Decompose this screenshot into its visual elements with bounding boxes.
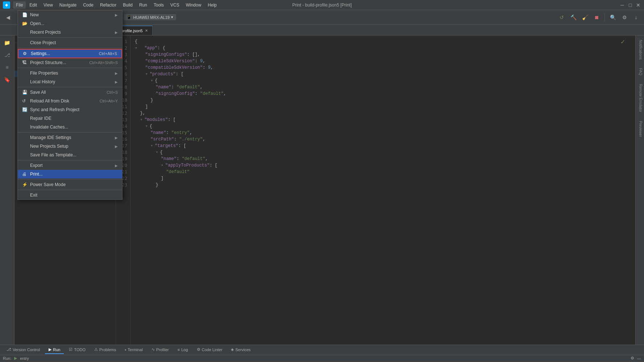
maximize-button[interactable]: □ (627, 2, 633, 8)
fold-13[interactable]: ▾ (140, 117, 144, 123)
code-line-7: ▾{ (135, 77, 631, 84)
new-icon: 📄 (22, 12, 29, 17)
fold-7[interactable]: ▾ (150, 77, 155, 84)
right-panel-remote-emulator[interactable]: Remote Emulator (636, 80, 644, 117)
bottom-tab-services[interactable]: ◈ Services (227, 346, 254, 354)
menu-reload-disk[interactable]: ↺ Reload All from Disk Ctrl+Alt+Y (18, 97, 122, 105)
run-header-config: entry (20, 356, 29, 361)
menu-refactor[interactable]: Refactor (97, 1, 119, 9)
sidebar-structure-icon[interactable]: ≡ (1, 62, 13, 73)
code-content: 12345 678910 1112131415 1617181920 21222… (116, 35, 635, 345)
file-dropdown-menu: 📄 New ▶ 📂 Open... Recent Projects ▶ Clos… (17, 10, 122, 200)
menu-run[interactable]: Run (136, 1, 150, 9)
gear-toolbar-btn[interactable]: ⚙ (619, 12, 630, 22)
bottom-tab-run[interactable]: ▶ Run (45, 346, 64, 354)
device-label: HUAWEI MRX-AL19 (133, 15, 169, 20)
menu-sync-refresh[interactable]: 🔄 Sync and Refresh Project (18, 105, 122, 114)
device-arrow: ▾ (171, 15, 173, 20)
terminal-label: Terminal (128, 348, 143, 352)
fold-20[interactable]: ▾ (161, 162, 165, 169)
close-button[interactable]: ✕ (635, 2, 641, 8)
menu-new[interactable]: 📄 New ▶ (18, 10, 122, 19)
menu-open[interactable]: 📂 Open... (18, 19, 122, 28)
close-project-label: Close Project (30, 40, 118, 45)
sidebar-project-icon[interactable]: 📁 (1, 37, 13, 49)
settings-icon: ⚙ (23, 51, 29, 56)
bottom-tab-problems[interactable]: ⚠ Problems (91, 346, 120, 354)
menu-navigate[interactable]: Navigate (57, 1, 79, 9)
menu-export[interactable]: Export ▶ (18, 161, 122, 170)
bottom-tab-profiler[interactable]: ∿ Profiler (148, 346, 173, 354)
code-area[interactable]: { ▾ "app": { "signingConfigs": [], "comp… (130, 35, 635, 345)
minimize-button[interactable]: ─ (619, 2, 625, 8)
gutter-checkmark: ✓ (620, 38, 625, 45)
fold-2[interactable]: ▾ (135, 45, 139, 51)
tab-close-build[interactable]: ✕ (145, 29, 148, 33)
bottom-tab-version-control[interactable]: ⎇ Version Control (3, 346, 43, 354)
fold-6[interactable]: ▾ (145, 71, 150, 77)
reload-shortcut: Ctrl+Alt+Y (100, 99, 118, 103)
sidebar-vcs-icon[interactable]: ⎇ (1, 49, 13, 61)
menu-save-all[interactable]: 💾 Save All Ctrl+S (18, 88, 122, 97)
menu-file-properties[interactable]: File Properties ▶ (18, 69, 122, 77)
sync-icon[interactable]: ↺ (557, 12, 567, 22)
menu-view[interactable]: View (41, 1, 56, 9)
fold-18[interactable]: ▾ (156, 149, 160, 156)
menu-save-template[interactable]: Save File as Template... (18, 151, 122, 159)
menu-build[interactable]: Build (120, 1, 136, 9)
search-toolbar-btn[interactable]: 🔍 (608, 12, 618, 22)
bottom-tab-terminal[interactable]: ▪ Terminal (121, 346, 146, 354)
export-arrow: ▶ (115, 164, 118, 168)
menu-project-structure[interactable]: 🏗 Project Structure... Ctrl+Alt+Shift+S (18, 58, 122, 67)
toolbar-sep4 (604, 14, 605, 21)
fold-17[interactable]: ▾ (150, 143, 155, 149)
menu-edit[interactable]: Edit (26, 1, 40, 9)
power-save-icon: ⚡ (22, 182, 29, 187)
right-panel-previewer[interactable]: Previewer (636, 117, 644, 141)
menu-local-history[interactable]: Local History ▶ (18, 77, 122, 86)
file-props-label: File Properties (30, 71, 115, 76)
code-line-6: ▾"products": [ (135, 71, 631, 77)
menu-code[interactable]: Code (80, 1, 96, 9)
menu-print[interactable]: 🖨 Print... (18, 170, 122, 178)
code-line-22: ] (135, 175, 631, 182)
bottom-tab-log[interactable]: ≡ Log (174, 346, 192, 354)
stop-icon[interactable]: ⏹ (591, 12, 602, 22)
title-bar: ◆ File Edit View Navigate Code Refactor … (0, 0, 644, 10)
code-line-2: ▾ "app": { (135, 45, 631, 51)
update-toolbar-btn[interactable]: ↓ (631, 12, 641, 22)
print-label: Print... (30, 172, 118, 177)
menu-vcs[interactable]: VCS (167, 1, 182, 9)
profiler-label: Profiler (156, 348, 169, 352)
device-configuration[interactable]: 📱 HUAWEI MRX-AL19 ▾ (124, 14, 176, 20)
menu-invalidate-caches[interactable]: Invalidate Caches... (18, 123, 122, 131)
menu-file[interactable]: File (13, 1, 26, 9)
menu-repair-ide[interactable]: Repair IDE (18, 114, 122, 123)
clean-icon[interactable]: 🧹 (580, 12, 590, 22)
right-panel-faq[interactable]: FAQ (636, 64, 644, 80)
bottom-tab-todo[interactable]: ☑ TODO (65, 346, 89, 354)
run-header-gear[interactable]: ⚙ (631, 356, 634, 361)
run-header-collapse[interactable]: — (637, 356, 641, 361)
menu-power-save[interactable]: ⚡ Power Save Mode (18, 180, 122, 189)
exit-label: Exit (30, 193, 118, 198)
open-icon: 📂 (22, 21, 29, 26)
bottom-tab-code-linter[interactable]: ⚙ Code Linter (193, 346, 226, 354)
menu-new-projects-setup[interactable]: New Projects Setup ▶ (18, 142, 122, 151)
menu-sep3 (18, 68, 122, 68)
sidebar-bookmarks-icon[interactable]: 🔖 (1, 74, 13, 85)
build-icon[interactable]: 🔨 (568, 12, 578, 22)
code-line-3: "signingConfigs": [], (135, 51, 631, 58)
fold-14[interactable]: ▾ (145, 123, 150, 130)
menu-exit[interactable]: Exit (18, 191, 122, 199)
menu-tools[interactable]: Tools (151, 1, 167, 9)
menu-close-project[interactable]: Close Project (18, 38, 122, 47)
menu-manage-ide[interactable]: Manage IDE Settings ▶ (18, 133, 122, 142)
menu-settings[interactable]: ⚙ Settings... Ctrl+Alt+S (18, 49, 122, 58)
menu-recent-projects[interactable]: Recent Projects ▶ (18, 28, 122, 37)
toolbar-back[interactable]: ◀ (3, 12, 13, 22)
menu-window[interactable]: Window (183, 1, 204, 9)
right-panel-notifications[interactable]: Notifications (636, 35, 644, 64)
menu-help[interactable]: Help (205, 1, 220, 9)
code-line-15: "name": "entry", (135, 130, 631, 136)
